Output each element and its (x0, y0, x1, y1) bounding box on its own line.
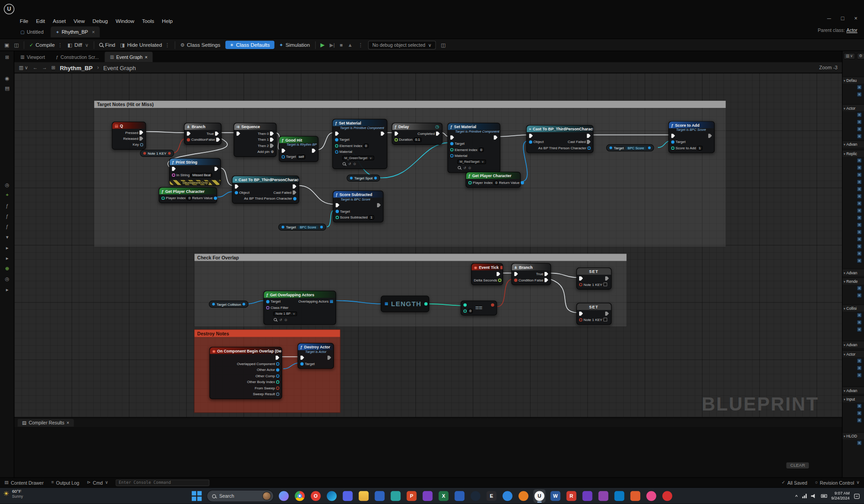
pin-pressed[interactable]: Pressed (125, 130, 143, 135)
variable-target-bpc-score-1[interactable]: TargetBPC Score (606, 144, 654, 152)
network-icon[interactable] (802, 494, 806, 498)
pin-exec[interactable] (587, 134, 591, 138)
pin-other-body-index[interactable]: Other Body Index (247, 380, 279, 384)
asset-reset-icon[interactable]: ↺ (279, 318, 282, 322)
graph-list-button[interactable]: ⊞ (51, 65, 55, 70)
pin-false[interactable]: False (207, 138, 220, 142)
pin-add-pin[interactable]: Add pin⊕ (257, 149, 274, 154)
details-property-icon[interactable] (857, 293, 862, 298)
pin-exec[interactable] (235, 184, 239, 189)
details-property-icon[interactable] (857, 320, 862, 325)
details-section-replic[interactable]: ▾Replic (842, 150, 864, 157)
pin-exec[interactable] (514, 272, 518, 276)
pin-then-2[interactable]: Then 2 (258, 143, 274, 148)
variable-target-bpc-score-2[interactable]: TargetBPC Score (278, 223, 326, 231)
taskbar-icon-copilot[interactable] (278, 490, 290, 503)
details-section-advan[interactable]: ▾Advan (842, 269, 864, 276)
close-button[interactable]: × (854, 15, 857, 21)
left-rail-icon-8[interactable]: ▾ (0, 235, 14, 240)
taskbar-icon-app-orange-2[interactable] (629, 490, 641, 503)
pin-target[interactable]: Targetself (282, 154, 306, 159)
pin-as-bp-third-person-character[interactable]: As BP Third Person Character (538, 146, 591, 150)
pin-value-input[interactable]: self (297, 154, 306, 159)
details-property-icon[interactable] (857, 112, 862, 117)
battery-icon[interactable] (821, 495, 827, 498)
details-property-icon[interactable] (857, 410, 862, 415)
taskbar-clock[interactable]: 9:07 AM 9/24/2024 (831, 491, 850, 501)
tab-viewport[interactable]: ▥Viewport (15, 52, 50, 62)
taskbar-icon-steam[interactable] (469, 490, 482, 503)
details-property-icon[interactable] (857, 85, 862, 90)
weather-widget[interactable]: ☀ 60°F Sunny (3, 490, 23, 499)
pin-exec[interactable] (579, 276, 583, 281)
diff-button[interactable]: ◧Diff∨ (68, 42, 89, 48)
menu-item-file[interactable]: File (20, 18, 28, 24)
details-property-icon[interactable] (857, 366, 862, 370)
pin-exec[interactable] (292, 184, 297, 189)
left-rail-icon-9[interactable]: ▸ (0, 245, 14, 250)
asset-browse-icon[interactable]: ⊙ (353, 162, 356, 166)
tab-construction-script[interactable]: ƒConstruction Scr... (51, 52, 104, 62)
pin-true[interactable]: True (207, 131, 219, 136)
class-defaults-button[interactable]: ✶Class Defaults (225, 41, 274, 49)
cmd-dropdown[interactable]: ⊳Cmd∨ (87, 480, 108, 485)
pin-player-index[interactable]: Player Index0 (468, 180, 499, 185)
output-pin-icon[interactable] (168, 152, 171, 155)
output-log-button[interactable]: ≡Output Log (51, 480, 79, 485)
volume-icon[interactable] (811, 494, 816, 498)
menu-item-asset[interactable]: Asset (53, 18, 66, 24)
left-rail-icon-5[interactable]: ƒ (0, 203, 14, 209)
details-property-icon[interactable] (857, 418, 862, 423)
compile-options-icon[interactable]: ⋮ (58, 42, 63, 48)
pin-value-input[interactable]: 1 (697, 146, 702, 150)
taskbar-icon-app-r[interactable]: R (565, 490, 577, 503)
all-saved-status[interactable]: ✓All Saved (782, 480, 807, 485)
pin-condition[interactable]: Condition (514, 278, 533, 282)
event-graph-canvas[interactable]: Target Notes (Hit or Miss)Check For Over… (14, 73, 842, 417)
pin-other-comp[interactable]: Other Comp (256, 374, 279, 378)
taskbar-icon-app-red-2[interactable] (661, 490, 673, 503)
taskbar-icon-app-purple-2[interactable] (581, 490, 594, 503)
pin-note-1-key[interactable]: Note 1 KEY (579, 282, 607, 286)
node-score-to-add[interactable]: ƒScore to AddTarget is BPC ScoreTargetSc… (668, 121, 715, 153)
pin-condition[interactable]: Condition (187, 138, 206, 142)
revision-control-button[interactable]: ○Revision Control∨ (815, 480, 860, 485)
left-rail-icon-6[interactable]: ƒ (0, 214, 14, 219)
node-length[interactable]: ▦LENGTH (381, 296, 429, 312)
node-set-material-2[interactable]: ƒSet MaterialTarget is Primitive Compone… (447, 123, 500, 173)
details-section-advan[interactable]: ▾Advan (842, 140, 864, 147)
pin-note-1-key[interactable]: Note 1 KEY (579, 318, 607, 322)
taskbar-icon-epic-games[interactable]: E (486, 490, 498, 503)
details-property-icon[interactable] (857, 404, 862, 409)
pin-checkbox[interactable] (603, 318, 608, 322)
pin-element-index[interactable]: Element Index0 (450, 147, 484, 152)
output-pin-icon[interactable] (374, 177, 377, 179)
node-branch-2[interactable]: ⋔BranchTrueConditionFalse (511, 263, 551, 285)
pin-exec[interactable] (605, 276, 609, 281)
frame-skip-button[interactable]: ▶| (330, 42, 335, 48)
asset-find-icon[interactable] (342, 162, 346, 165)
stop-button[interactable]: ■ (340, 42, 343, 48)
taskbar-icon-edge[interactable] (326, 490, 338, 503)
output-pin-icon[interactable] (243, 303, 245, 305)
tab-close-icon[interactable]: × (145, 54, 148, 60)
taskbar-icon-app-purple[interactable] (422, 490, 434, 503)
taskbar-search[interactable]: Search (207, 490, 274, 502)
simulation-button[interactable]: ✦Simulation (279, 42, 310, 48)
details-property-icon[interactable] (857, 244, 862, 249)
output-pin-icon[interactable] (648, 147, 651, 149)
details-property-icon[interactable] (857, 187, 862, 192)
browse-button[interactable]: ◫ (14, 42, 18, 48)
details-section-actor[interactable]: ▾Actor (842, 350, 864, 357)
asset-browse-icon[interactable]: ⊙ (284, 318, 287, 322)
start-button[interactable] (191, 490, 203, 503)
menu-item-view[interactable]: View (73, 18, 85, 24)
details-property-icon[interactable] (857, 194, 862, 199)
details-property-icon[interactable] (857, 179, 862, 184)
pin-target[interactable]: Target (450, 142, 464, 146)
play-button[interactable]: ▶ (320, 42, 324, 48)
details-section-actor[interactable]: ▾Actor (842, 104, 864, 111)
details-section-advan[interactable]: ▾Advan (842, 387, 864, 394)
node-set-note-key-1[interactable]: SETNote 1 KEY (576, 268, 612, 290)
console-command-input[interactable] (116, 479, 210, 486)
